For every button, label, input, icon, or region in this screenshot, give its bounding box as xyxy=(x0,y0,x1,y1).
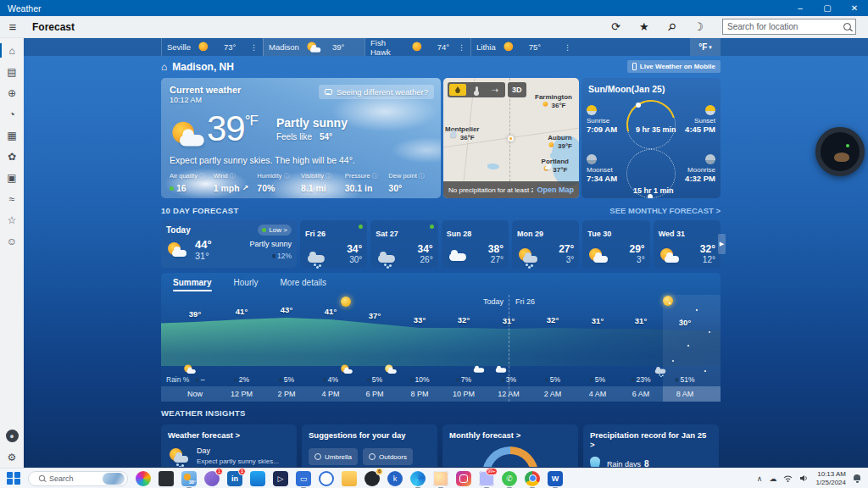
wifi-icon[interactable] xyxy=(783,474,793,482)
tab-summary[interactable]: Summary xyxy=(173,278,212,291)
location-search-input[interactable]: Search for location xyxy=(722,19,856,35)
map-3d-button[interactable]: 3D xyxy=(508,82,526,97)
volume-icon[interactable] xyxy=(799,474,809,482)
taskbar-icon-prime-video[interactable]: ▷ xyxy=(273,471,288,486)
day-card-today[interactable]: Today Low > 44° 31° Partly sunny 12% xyxy=(161,220,297,268)
open-map-link[interactable]: Open Map xyxy=(537,186,574,194)
taskbar-icon-ring[interactable] xyxy=(319,471,334,486)
info-icon[interactable]: ⓘ xyxy=(419,173,425,179)
city-tab-madison[interactable]: Madison 39° xyxy=(263,38,364,56)
air-quality-badge[interactable]: Low > xyxy=(258,225,292,236)
tab-menu-icon[interactable]: ⋮ xyxy=(555,43,571,52)
info-icon[interactable]: ⓘ xyxy=(372,173,378,179)
minimize-button[interactable]: – xyxy=(787,0,814,16)
low-temp: 12° xyxy=(700,255,715,264)
city-tabstrip: Seville 73° ⋮ Madison 39° Fish Hawk 74° … xyxy=(24,38,868,56)
sidebar-item-feedback[interactable]: ☺ xyxy=(0,230,24,252)
sunrise-icon xyxy=(587,105,597,115)
maximize-button[interactable]: ▢ xyxy=(814,0,841,16)
insight-weather-forecast-card[interactable]: Weather forecast > Day Expect partly sun… xyxy=(161,424,297,467)
taskbar-icon-k-app[interactable]: k xyxy=(387,471,403,486)
temperature-layer-button[interactable] xyxy=(468,84,485,96)
tab-menu-icon[interactable]: ⋮ xyxy=(242,43,258,52)
refresh-icon[interactable]: ⟳ xyxy=(611,21,620,32)
taskbar-icon-store[interactable] xyxy=(250,471,265,486)
taskbar-clock[interactable]: 10:13 AM 1/25/2024 xyxy=(815,470,846,487)
info-icon[interactable]: ⓘ xyxy=(326,173,331,179)
sidebar-item-pollen[interactable]: ✿ xyxy=(0,146,24,167)
umbrella-chip[interactable]: Umbrella xyxy=(309,448,358,465)
taskbar-icon-firefox[interactable] xyxy=(433,471,448,486)
search-icon[interactable] xyxy=(843,23,851,30)
dark-mode-icon[interactable]: ☽ xyxy=(693,21,704,32)
taskbar-icon-edge[interactable] xyxy=(410,471,426,486)
taskbar-icon-loop[interactable]: 1 xyxy=(204,471,220,486)
taskbar-icon-photos[interactable] xyxy=(136,471,151,486)
tab-menu-icon[interactable]: ⋮ xyxy=(449,43,465,52)
pin-icon[interactable]: ⚲ xyxy=(665,20,678,33)
taskbar-icon-weather[interactable]: 38° xyxy=(181,471,197,486)
settings-button[interactable]: ⚙ xyxy=(0,446,24,468)
live-weather-mobile-button[interactable]: Live Weather on Mobile xyxy=(627,60,721,73)
city-tab-seville[interactable]: Seville 73° ⋮ xyxy=(161,38,263,56)
insight-monthly-forecast-card[interactable]: Monthly forecast > xyxy=(442,424,578,467)
sidebar-item-life[interactable]: ▣ xyxy=(0,167,24,188)
tray-chevron-icon[interactable]: ∧ xyxy=(757,474,763,483)
tab-hourly[interactable]: Hourly xyxy=(234,278,259,291)
taskbar-icon-instagram[interactable] xyxy=(456,471,471,486)
high-temp: 34° xyxy=(418,243,433,255)
see-monthly-forecast-link[interactable]: SEE MONTHLY FORECAST > xyxy=(609,206,721,215)
info-icon[interactable]: ⓘ xyxy=(230,173,236,179)
webcam-bubble[interactable] xyxy=(815,127,865,176)
temperature-chart[interactable]: 39° 41° 43° 41° 37° 33° 32° 31° 32° 31° … xyxy=(161,295,721,366)
taskbar-icon-chrome[interactable] xyxy=(525,471,540,486)
taskbar-icon-notes[interactable]: 6 xyxy=(364,471,380,486)
sidebar-item-monthly[interactable]: ▦ xyxy=(0,125,24,146)
taskbar-icon-linkedin[interactable]: in1 xyxy=(227,471,242,486)
notification-bell-icon[interactable] xyxy=(853,474,861,483)
day-card-sun-28[interactable]: Sun 28 38° 27° xyxy=(442,220,509,268)
unit-selector[interactable]: °F ▾ xyxy=(690,38,721,56)
taskbar-icon-whatsapp[interactable]: ✆ xyxy=(502,471,517,486)
day-card-tue-30[interactable]: Tue 30 29° 3° xyxy=(582,220,649,268)
cloudy-icon xyxy=(447,247,469,264)
seeing-different-weather-button[interactable]: Seeing different weather? xyxy=(319,85,434,99)
time-axis[interactable]: Now 12 PM 2 PM 4 PM 6 PM 8 PM 10 PM 12 A… xyxy=(161,386,721,402)
day-card-mon-29[interactable]: Mon 29 27° 3° xyxy=(512,220,579,268)
sidebar-item-hourly[interactable]: ◔ xyxy=(0,103,24,125)
menu-icon[interactable]: ≡ xyxy=(0,19,25,34)
close-button[interactable]: ✕ xyxy=(841,0,868,16)
taskbar-icon-file-explorer[interactable] xyxy=(342,471,357,486)
taskbar-icon-discord[interactable]: 99+ xyxy=(479,471,494,486)
precipitation-layer-button[interactable] xyxy=(449,84,466,96)
tab-more-details[interactable]: More details xyxy=(280,278,326,291)
outdoors-chip[interactable]: Outdoors xyxy=(363,448,413,465)
insight-precipitation-card[interactable]: Precipitation record for Jan 25 > Rain d… xyxy=(583,424,719,467)
app-toolbar: ≡ Forecast ⟳ ★ ⚲ ☽ Search for location xyxy=(0,16,868,38)
radar-map-card[interactable]: ⇢ 3D Farmington 36°F Montpelier 36°F Aub… xyxy=(443,78,579,198)
taskbar-search[interactable]: Search xyxy=(28,471,128,486)
scroll-days-right-button[interactable]: ▶ xyxy=(718,234,726,254)
taskbar-icon-word[interactable]: W xyxy=(548,471,563,486)
info-icon[interactable]: ⓘ xyxy=(199,173,205,179)
profile-button[interactable]: ● xyxy=(0,425,24,446)
sidebar-item-favorites[interactable]: ☆ xyxy=(0,209,24,230)
city-tab-lithia[interactable]: Lithia 75° ⋮ xyxy=(470,38,576,56)
day-card-wed-31[interactable]: Wed 31 32° 12° xyxy=(654,220,721,268)
taskbar-icon-movies-tv[interactable]: ▭ xyxy=(296,471,311,486)
wind-layer-button[interactable]: ⇢ xyxy=(487,84,504,96)
day-name: Sun 28 xyxy=(447,230,472,238)
day-card-fri-26[interactable]: Fri 26 34° 30° xyxy=(300,220,367,268)
taskbar-icon-notepad[interactable] xyxy=(159,471,174,486)
info-icon[interactable]: ⓘ xyxy=(284,173,290,179)
start-button[interactable] xyxy=(7,472,20,485)
sidebar-item-home[interactable]: ⌂ xyxy=(0,40,24,61)
tray-cloud-icon[interactable]: ☁ xyxy=(769,474,776,483)
favorite-icon[interactable]: ★ xyxy=(639,21,649,32)
sidebar-item-3d-maps[interactable]: ⊕ xyxy=(0,82,24,103)
day-card-sat-27[interactable]: Sat 27 34° 26° xyxy=(370,220,437,268)
sidebar-item-maps[interactable]: ▤ xyxy=(0,61,24,82)
city-tab-fish-hawk[interactable]: Fish Hawk 74° ⋮ xyxy=(364,38,470,56)
insight-suggestions-card[interactable]: Suggestions for your day Umbrella Outdoo… xyxy=(302,424,437,467)
sidebar-item-history[interactable]: ≈ xyxy=(0,188,24,209)
